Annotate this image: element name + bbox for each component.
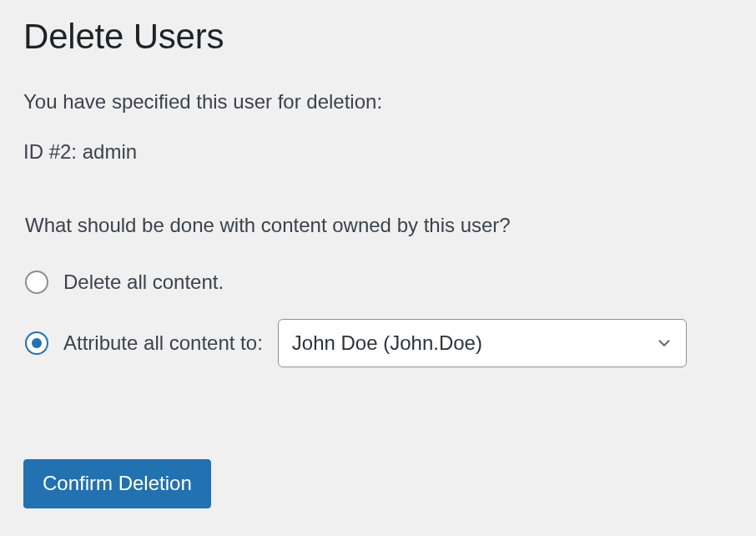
radio-attribute[interactable]	[25, 331, 48, 355]
option-delete-all-label: Delete all content.	[63, 271, 224, 294]
option-attribute-label: Attribute all content to:	[63, 331, 263, 355]
option-attribute[interactable]: Attribute all content to: John Doe (John…	[25, 319, 733, 367]
delete-users-page: Delete Users You have specified this use…	[0, 0, 756, 532]
page-title: Delete Users	[23, 17, 733, 57]
intro-text: You have specified this user for deletio…	[23, 90, 733, 114]
user-to-delete: ID #2: admin	[23, 140, 733, 164]
reassign-user-select-value: John Doe (John.Doe)	[292, 331, 482, 355]
submit-area: Confirm Deletion	[23, 459, 733, 508]
confirm-deletion-button[interactable]: Confirm Deletion	[23, 459, 211, 508]
radio-delete-all[interactable]	[25, 271, 48, 294]
option-delete-all[interactable]: Delete all content.	[25, 271, 733, 294]
reassign-user-select-wrap: John Doe (John.Doe)	[278, 319, 687, 367]
reassign-user-select[interactable]: John Doe (John.Doe)	[278, 319, 687, 367]
content-ownership-question: What should be done with content owned b…	[25, 214, 733, 237]
content-options: Delete all content. Attribute all conten…	[25, 271, 733, 367]
